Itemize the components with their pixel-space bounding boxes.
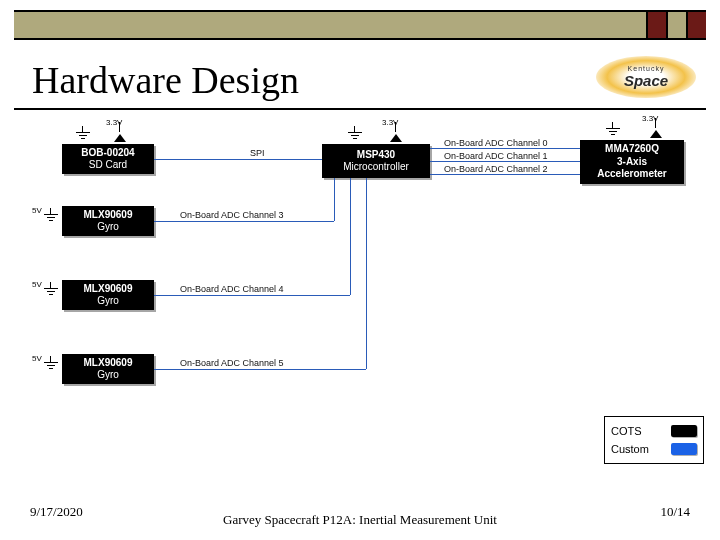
adc-label: On-Board ADC Channel 5 — [180, 358, 284, 368]
legend-row: Custom — [611, 440, 697, 458]
decor-square — [686, 12, 706, 38]
logo-text: Space — [624, 72, 668, 89]
voltage-label: 5V — [32, 280, 42, 289]
block-diagram: BOB-00204 SD Card 3.3V MLX90609 Gyro 5V … — [14, 120, 706, 470]
title-underline — [14, 108, 706, 110]
ground-icon — [44, 282, 60, 296]
legend-label: Custom — [611, 443, 649, 455]
legend-swatch-custom — [671, 443, 697, 455]
block-line: MMA7260Q — [605, 143, 659, 156]
block-line: 3-Axis — [617, 156, 647, 169]
wire — [154, 369, 366, 370]
wire — [154, 159, 322, 160]
legend-swatch-cots — [671, 425, 697, 437]
wire — [430, 174, 580, 175]
decor-square — [646, 12, 666, 38]
ground-icon — [44, 356, 60, 370]
legend-row: COTS — [611, 422, 697, 440]
block-line: MLX90609 — [84, 357, 133, 370]
wire — [334, 178, 335, 221]
block-sd-card: BOB-00204 SD Card — [62, 144, 154, 174]
wire — [154, 221, 334, 222]
block-line: Microcontroller — [343, 161, 409, 174]
block-line: Gyro — [97, 369, 119, 382]
ground-icon — [348, 126, 364, 140]
ground-icon — [606, 122, 622, 136]
block-line: Accelerometer — [597, 168, 666, 181]
block-gyro: MLX90609 Gyro — [62, 206, 154, 236]
wire — [366, 178, 367, 369]
wire — [430, 148, 580, 149]
block-gyro: MLX90609 Gyro — [62, 280, 154, 310]
block-line: Gyro — [97, 221, 119, 234]
title-bar — [14, 10, 706, 40]
adc-label: On-Board ADC Channel 2 — [444, 164, 548, 174]
legend-label: COTS — [611, 425, 642, 437]
block-line: Gyro — [97, 295, 119, 308]
wire — [350, 178, 351, 295]
wire — [430, 161, 580, 162]
footer-title: Garvey Spacecraft P12A: Inertial Measure… — [0, 512, 720, 528]
block-line: MLX90609 — [84, 283, 133, 296]
block-line: BOB-00204 — [81, 147, 134, 160]
block-line: MLX90609 — [84, 209, 133, 222]
block-line: SD Card — [89, 159, 127, 172]
adc-label: On-Board ADC Channel 4 — [180, 284, 284, 294]
adc-label: On-Board ADC Channel 1 — [444, 151, 548, 161]
voltage-label: 3.3V — [642, 114, 658, 123]
logo-subtext: Kentucky — [628, 65, 665, 72]
adc-label: On-Board ADC Channel 3 — [180, 210, 284, 220]
block-line: MSP430 — [357, 149, 395, 162]
ground-icon — [76, 126, 92, 140]
voltage-label: 3.3V — [106, 118, 122, 127]
block-gyro: MLX90609 Gyro — [62, 354, 154, 384]
voltage-label: 5V — [32, 354, 42, 363]
bus-label: SPI — [250, 148, 265, 158]
voltage-label: 5V — [32, 206, 42, 215]
ground-icon — [44, 208, 60, 222]
kentucky-space-logo: Kentucky Space — [596, 56, 696, 98]
legend-box: COTS Custom — [604, 416, 704, 464]
block-accelerometer: MMA7260Q 3-Axis Accelerometer — [580, 140, 684, 184]
wire — [154, 295, 350, 296]
slide-title: Hardware Design — [32, 58, 299, 102]
adc-label: On-Board ADC Channel 0 — [444, 138, 548, 148]
block-mcu: MSP430 Microcontroller — [322, 144, 430, 178]
voltage-label: 3.3V — [382, 118, 398, 127]
decor-square — [666, 12, 686, 38]
footer-page-number: 10/14 — [660, 504, 690, 520]
